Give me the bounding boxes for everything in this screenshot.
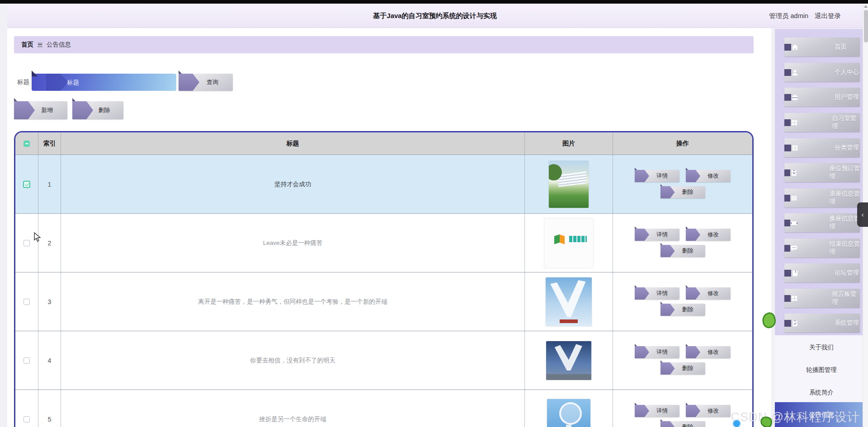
- sidebar-collapse-handle[interactable]: ‹: [857, 202, 868, 227]
- search-button[interactable]: 查询: [179, 74, 233, 91]
- row-image-study-logo: [544, 218, 593, 268]
- chevron-left-icon: ‹: [862, 211, 864, 218]
- table-grid-icon: [790, 194, 811, 202]
- breadcrumb-current: 公告信息: [47, 41, 71, 49]
- scrollbar-up-icon[interactable]: [864, 5, 868, 8]
- row-title: 挫折是另一个生命的开端: [61, 390, 525, 427]
- breadcrumb-home[interactable]: 首页: [21, 41, 33, 49]
- user-role-and-name: 管理员 admin: [769, 12, 808, 20]
- ticket-icon: [790, 219, 811, 227]
- sidebar-item-seat-exit-management[interactable]: 退座信息管理: [784, 188, 860, 207]
- title-field-label: 标题: [17, 74, 29, 91]
- book-icon: [791, 269, 816, 277]
- row-image-globe-sculpture: [547, 399, 590, 427]
- sidebar-item-user-management[interactable]: 用户管理: [784, 88, 860, 107]
- sidebar-item-seat-reservation-management[interactable]: 座位预订管理: [784, 163, 860, 182]
- row-image-sculpture-night: [546, 341, 591, 380]
- row-index: 5: [38, 390, 61, 427]
- select-all-checkbox[interactable]: [24, 141, 30, 147]
- breadcrumb-separator-icon: [38, 43, 42, 47]
- row-title: 你要去相信，没有到不了的明天: [61, 331, 525, 389]
- app-header: 基于Java的自习室预约系统的设计与实现 管理员 admin 退出登录: [7, 4, 863, 28]
- delete-button[interactable]: 删除: [660, 362, 705, 375]
- table-row: 1 坚持才会成功 详情 修改 删除: [15, 155, 752, 214]
- row-checkbox[interactable]: [24, 299, 30, 305]
- main-content: 首页 公告信息 标题 查询 新增 删除 索引 标题 图片 操作: [7, 27, 771, 427]
- delete-button[interactable]: 删除: [660, 245, 705, 257]
- delete-selected-button[interactable]: 删除: [72, 101, 123, 119]
- delete-button[interactable]: 删除: [660, 421, 705, 427]
- header-image: 图片: [525, 132, 613, 155]
- row-checkbox[interactable]: [24, 416, 30, 422]
- page-title: 基于Java的自习室预约系统的设计与实现: [7, 4, 863, 28]
- sidebar-item-category-management[interactable]: 分类管理: [784, 138, 860, 157]
- sidebar-sub-system-intro[interactable]: 系统简介: [775, 386, 868, 399]
- delete-button[interactable]: 删除: [660, 186, 705, 198]
- header-title: 标题: [61, 132, 525, 155]
- sidebar-item-end-info-management[interactable]: 结束信息管理: [784, 239, 860, 258]
- table-row: 4 你要去相信，没有到不了的明天 详情 修改 删除: [15, 331, 752, 390]
- search-input[interactable]: [32, 74, 176, 91]
- sidebar-item-forum-management[interactable]: 论坛管理: [784, 263, 860, 282]
- row-title: 离开是一种痛苦，是一种勇气，但同样也是一个考验，是一个新的开端: [61, 272, 525, 331]
- notice-table: 索引 标题 图片 操作 1 坚持才会成功 详情 修改 删除: [14, 131, 754, 427]
- row-title: 坚持才会成功: [61, 155, 525, 213]
- detail-button[interactable]: 详情: [635, 229, 679, 241]
- row-index: 1: [38, 155, 61, 213]
- row-index: 3: [38, 272, 61, 331]
- header-user-area: 管理员 admin 退出登录: [769, 4, 841, 28]
- sidebar-item-message-board-management[interactable]: 留言板管理: [784, 289, 860, 308]
- detail-button[interactable]: 详情: [635, 405, 679, 417]
- mouse-cursor: [33, 232, 42, 244]
- window-top-strip: [0, 0, 868, 4]
- edit-button[interactable]: 修改: [686, 170, 731, 182]
- sidebar-item-profile[interactable]: 个人中心: [784, 63, 860, 82]
- delete-button[interactable]: 删除: [660, 304, 705, 316]
- mascot-dot-decoration: [732, 419, 741, 427]
- chat-icon: [790, 244, 811, 252]
- edit-button[interactable]: 修改: [686, 229, 731, 241]
- row-checkbox[interactable]: [24, 357, 30, 364]
- grid-icon: [791, 144, 816, 152]
- csdn-watermark: CSDN @林科程序设计: [731, 409, 860, 425]
- user-role: 管理员: [769, 12, 789, 19]
- row-index: 4: [38, 331, 61, 389]
- breadcrumb: 首页 公告信息: [14, 36, 754, 53]
- row-image-campus-photo: [549, 161, 589, 208]
- sidebar-item-seat-change-management[interactable]: 换座信息管理: [784, 213, 860, 232]
- sidebar-sub-carousel-management[interactable]: 轮播图管理: [775, 363, 868, 377]
- row-checkbox[interactable]: [24, 240, 30, 246]
- grid-icon: [791, 295, 813, 302]
- add-button[interactable]: 新增: [14, 101, 67, 119]
- edit-button[interactable]: 修改: [686, 287, 731, 300]
- detail-button[interactable]: 详情: [635, 170, 679, 182]
- edit-button[interactable]: 修改: [686, 405, 731, 417]
- sidebar-item-home[interactable]: 首页: [784, 38, 860, 56]
- table-header-row: 索引 标题 图片 操作: [15, 132, 752, 155]
- table-row: 3 离开是一种痛苦，是一种勇气，但同样也是一个考验，是一个新的开端 详情 修改 …: [15, 272, 752, 331]
- home-icon: [791, 43, 816, 51]
- row-title: Leave未必是一种痛苦: [61, 214, 525, 272]
- scrollbar-thumb[interactable]: [864, 10, 868, 42]
- sidebar-item-study-room-management[interactable]: 自习室管理: [784, 113, 860, 132]
- sidebar: 首页 个人中心 用户管理 自习室管理 分类管理 座位预订管理 退座信息管理 换座…: [775, 29, 868, 427]
- search-input-wrap: [32, 74, 176, 91]
- detail-button[interactable]: 详情: [635, 346, 679, 358]
- sidebar-sub-about-us[interactable]: 关于我们: [775, 341, 868, 354]
- header-checkbox-cell: [15, 132, 38, 155]
- sidebar-item-system-management[interactable]: 系统管理: [784, 314, 860, 333]
- username: admin: [791, 12, 809, 19]
- table-row: 5 挫折是另一个生命的开端 详情 修改 删除: [15, 390, 752, 427]
- row-image-sculpture: [546, 277, 592, 326]
- header-index: 索引: [38, 132, 61, 155]
- header-actions: 操作: [613, 132, 752, 155]
- logout-link[interactable]: 退出登录: [815, 12, 841, 20]
- row-checkbox[interactable]: [23, 181, 30, 188]
- grid-icon: [791, 119, 813, 127]
- user-icon: [791, 69, 816, 76]
- clipboard-icon: [790, 169, 811, 177]
- clipboard-check-icon: [791, 319, 816, 327]
- edit-button[interactable]: 修改: [686, 346, 731, 358]
- briefcase-icon: [791, 94, 816, 101]
- detail-button[interactable]: 详情: [635, 287, 679, 300]
